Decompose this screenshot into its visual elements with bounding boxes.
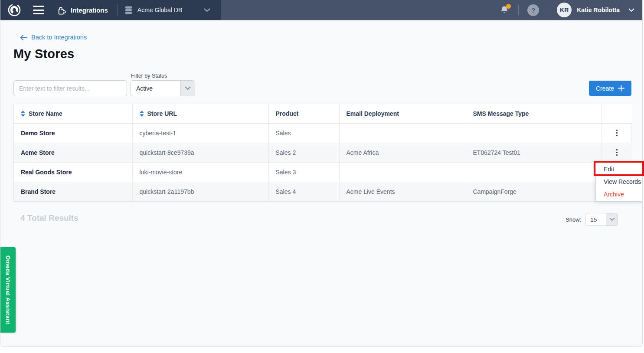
- virtual-assistant-label: Omeda Virtual Assistant: [5, 255, 11, 324]
- menu-hamburger-button[interactable]: [33, 6, 44, 14]
- back-link-label: Back to Integrations: [31, 34, 87, 41]
- avatar: KR: [557, 3, 572, 17]
- select-chevron-box: [606, 213, 618, 226]
- product-cell: Sales 3: [268, 162, 339, 182]
- sort-icon: [21, 111, 25, 117]
- column-header-actions: [602, 104, 632, 123]
- top-navbar: Integrations Acme Global DB: [0, 0, 642, 20]
- chevron-down-icon: [185, 86, 191, 90]
- navbar-divider: [518, 5, 519, 15]
- table-row: Acme Store quickstart-8ce9739a Sales 2 A…: [14, 143, 632, 162]
- plus-icon: [618, 85, 624, 92]
- chevron-down-icon: [628, 8, 634, 12]
- user-name: Katie Robilotta: [577, 7, 620, 13]
- status-filter-label: Filter by Status: [131, 73, 167, 79]
- navbar-right-group: ? KR Katie Robilotta: [499, 3, 642, 17]
- store-name-cell: Real Goods Store: [14, 162, 132, 182]
- sms-message-type-cell: CampaignForge: [466, 182, 602, 201]
- store-url-cell: quickstart-8ce9739a: [132, 143, 268, 162]
- navbar-left-segment: Integrations Acme Global DB: [0, 0, 221, 20]
- database-selector[interactable]: Acme Global DB: [124, 6, 221, 15]
- navbar-divider: [548, 5, 548, 15]
- column-header-email-deployment: Email Deployment: [339, 104, 466, 123]
- app-window: Integrations Acme Global DB: [0, 0, 643, 347]
- stores-table: Store Name Store URL Product E: [13, 104, 631, 202]
- page-size-select[interactable]: 15: [585, 213, 618, 226]
- virtual-assistant-tab[interactable]: Omeda Virtual Assistant: [0, 247, 16, 333]
- product-cell: Sales 2: [268, 143, 339, 162]
- menu-item-edit[interactable]: Edit: [596, 163, 643, 176]
- table-row: Demo Store cyberia-test-1 Sales: [14, 123, 632, 143]
- menu-item-archive[interactable]: Archive: [596, 188, 643, 201]
- table-row: Brand Store quickstart-2a1197bb Sales 4 …: [14, 182, 632, 201]
- nav-app-group: Integrations: [56, 5, 108, 15]
- user-menu[interactable]: KR Katie Robilotta: [557, 3, 634, 17]
- show-label: Show:: [566, 216, 581, 223]
- store-name-cell: Acme Store: [14, 143, 132, 162]
- email-deployment-cell: [339, 162, 466, 182]
- notification-badge: [506, 4, 511, 9]
- sms-message-type-cell: [466, 162, 602, 182]
- chevron-down-icon: [609, 218, 615, 221]
- product-cell: Sales: [268, 123, 339, 143]
- column-header-store-name[interactable]: Store Name: [14, 104, 132, 123]
- email-deployment-cell: Acme Africa: [339, 143, 466, 162]
- menu-item-view-records[interactable]: View Records: [596, 176, 643, 188]
- sms-message-type-cell: ET062724 Test01: [466, 143, 602, 162]
- omeda-logo-icon[interactable]: [7, 3, 21, 17]
- sort-icon: [140, 111, 144, 117]
- store-url-cell: cyberia-test-1: [132, 123, 268, 143]
- row-actions-context-menu: Edit View Records Archive: [595, 162, 643, 202]
- database-icon: [124, 6, 133, 15]
- navbar-divider: [118, 4, 118, 16]
- actions-cell: [602, 123, 632, 143]
- puzzle-icon: [56, 5, 66, 15]
- notifications-bell-button[interactable]: [499, 5, 510, 16]
- page-size-group: Show: 15: [566, 213, 618, 226]
- table-row: Real Goods Store loki-movie-store Sales …: [14, 162, 632, 182]
- page-title: My Stores: [13, 47, 74, 61]
- back-to-integrations-link[interactable]: Back to Integrations: [20, 34, 87, 41]
- arrow-left-icon: [20, 35, 27, 40]
- create-button-label: Create: [596, 85, 614, 92]
- store-name-cell: Demo Store: [14, 123, 132, 143]
- select-chevron-box: [180, 81, 195, 96]
- store-url-cell: quickstart-2a1197bb: [132, 182, 268, 201]
- create-button[interactable]: Create: [589, 81, 631, 96]
- product-cell: Sales 4: [268, 182, 339, 201]
- column-header-store-url[interactable]: Store URL: [132, 104, 268, 123]
- email-deployment-cell: Acme Live Events: [339, 182, 466, 201]
- email-deployment-cell: [339, 123, 466, 143]
- table-header-row: Store Name Store URL Product E: [14, 104, 632, 123]
- total-results-label: 4 Total Results: [20, 213, 78, 223]
- search-input[interactable]: [13, 80, 127, 96]
- status-filter-select[interactable]: Active: [131, 80, 195, 96]
- nav-app-label: Integrations: [71, 7, 108, 14]
- column-header-product: Product: [268, 104, 339, 123]
- database-name: Acme Global DB: [137, 7, 182, 13]
- store-name-cell: Brand Store: [14, 182, 132, 201]
- sms-message-type-cell: [466, 123, 602, 143]
- row-actions-kebab-button[interactable]: [613, 128, 621, 138]
- store-url-cell: loki-movie-store: [132, 162, 268, 182]
- chevron-down-icon: [204, 8, 210, 12]
- column-header-sms-message-type: SMS Message Type: [466, 104, 602, 123]
- actions-cell: [602, 143, 632, 162]
- page-size-value: 15: [585, 216, 606, 223]
- help-icon: ?: [527, 4, 539, 16]
- status-filter-value: Active: [131, 85, 180, 92]
- row-actions-kebab-button[interactable]: [613, 147, 621, 158]
- help-button[interactable]: ?: [527, 4, 539, 16]
